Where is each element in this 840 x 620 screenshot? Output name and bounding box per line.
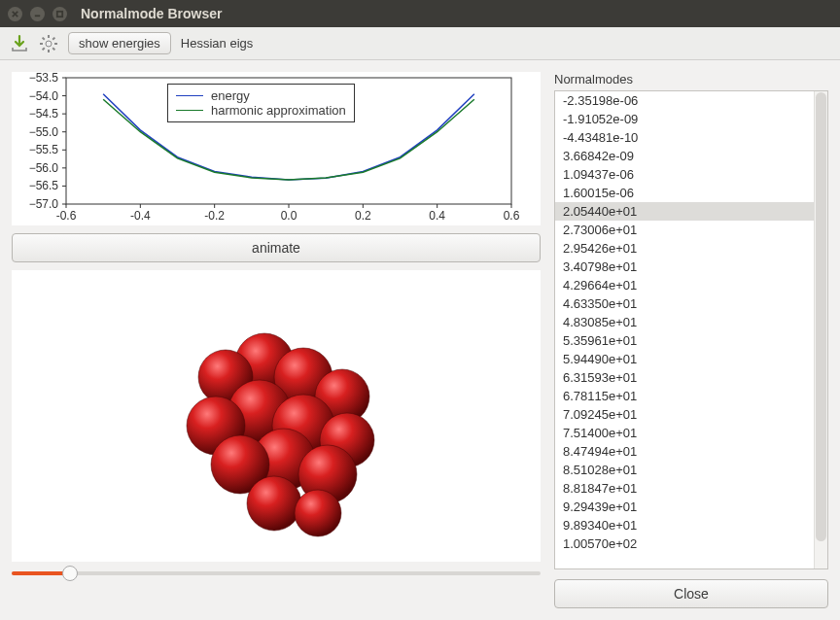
list-item[interactable]: 7.51400e+01 <box>555 424 814 442</box>
slider-thumb[interactable] <box>62 566 78 581</box>
svg-text:-0.4: -0.4 <box>130 209 151 223</box>
svg-text:−57.0: −57.0 <box>29 197 59 211</box>
list-item[interactable]: -1.91052e-09 <box>555 110 814 128</box>
svg-text:0.0: 0.0 <box>281 209 298 223</box>
list-item[interactable]: 2.05440e+01 <box>555 202 814 221</box>
chart-legend: energyharmonic approximation <box>167 84 355 122</box>
svg-text:−55.5: −55.5 <box>29 143 59 156</box>
list-item[interactable]: -2.35198e-06 <box>555 91 814 110</box>
list-item[interactable]: 1.09437e-06 <box>555 165 814 184</box>
window-title: Normalmode Browser <box>81 6 222 21</box>
list-item[interactable]: 4.83085e+01 <box>555 313 814 331</box>
main-panel: -0.6-0.4-0.20.00.20.40.6−53.5−54.0−54.5−… <box>0 60 840 620</box>
legend-label: harmonic approximation <box>211 103 346 118</box>
list-item[interactable]: 2.95426e+01 <box>555 239 814 258</box>
window-maximize-button[interactable] <box>52 7 67 21</box>
list-item[interactable]: 1.00570e+02 <box>555 534 814 553</box>
close-button[interactable]: Close <box>554 579 828 608</box>
svg-text:0.2: 0.2 <box>355 209 371 223</box>
list-item[interactable]: 8.81847e+01 <box>555 479 814 498</box>
show-energies-button[interactable]: show energies <box>68 32 171 54</box>
svg-point-1 <box>46 41 52 47</box>
list-item[interactable]: 2.73006e+01 <box>555 221 814 239</box>
list-item[interactable]: 8.47494e+01 <box>555 442 814 461</box>
left-column: -0.6-0.4-0.20.00.20.40.6−53.5−54.0−54.5−… <box>12 72 541 608</box>
list-item[interactable]: 1.60015e-06 <box>555 184 814 202</box>
list-scrollbar[interactable] <box>814 91 827 568</box>
list-item[interactable]: 5.35961e+01 <box>555 331 814 350</box>
hessian-eigs-label: Hessian eigs <box>181 36 253 51</box>
svg-rect-0 <box>57 11 62 16</box>
list-item[interactable]: 5.94490e+01 <box>555 350 814 368</box>
list-item[interactable]: 6.31593e+01 <box>555 368 814 387</box>
energy-chart: -0.6-0.4-0.20.00.20.40.6−53.5−54.0−54.5−… <box>12 72 541 225</box>
toolbar: show energies Hessian eigs <box>0 27 840 60</box>
list-item[interactable]: 4.29664e+01 <box>555 276 814 294</box>
list-item[interactable]: 6.78115e+01 <box>555 387 814 405</box>
svg-text:−56.5: −56.5 <box>29 179 59 192</box>
svg-point-45 <box>295 490 341 536</box>
svg-text:−55.0: −55.0 <box>29 125 59 139</box>
svg-text:−56.0: −56.0 <box>29 161 59 175</box>
svg-text:−54.5: −54.5 <box>29 107 59 121</box>
legend-label: energy <box>211 88 250 103</box>
list-item[interactable]: 3.40798e+01 <box>555 258 814 276</box>
list-item[interactable]: 8.51028e+01 <box>555 461 814 479</box>
svg-text:−53.5: −53.5 <box>29 72 59 85</box>
window-minimize-button[interactable] <box>30 7 45 21</box>
titlebar: Normalmode Browser <box>0 0 840 27</box>
svg-point-44 <box>247 476 301 531</box>
frame-slider[interactable] <box>12 571 541 575</box>
list-item[interactable]: -4.43481e-10 <box>555 128 814 147</box>
list-item[interactable]: 4.63350e+01 <box>555 294 814 313</box>
download-icon[interactable] <box>10 34 29 53</box>
gear-icon[interactable] <box>39 34 58 53</box>
list-item[interactable]: 3.66842e-09 <box>555 147 814 165</box>
svg-text:0.4: 0.4 <box>429 209 445 223</box>
svg-text:−54.0: −54.0 <box>29 89 59 103</box>
list-item[interactable]: 9.89340e+01 <box>555 516 814 534</box>
svg-text:-0.2: -0.2 <box>204 209 225 223</box>
normalmodes-list[interactable]: -2.35198e-06-1.91052e-09-4.43481e-103.66… <box>554 90 828 569</box>
list-item[interactable]: 7.09245e+01 <box>555 405 814 424</box>
animate-button[interactable]: animate <box>12 233 541 262</box>
window-close-button[interactable] <box>8 7 22 21</box>
right-column: Normalmodes -2.35198e-06-1.91052e-09-4.4… <box>554 72 828 608</box>
svg-text:-0.6: -0.6 <box>56 209 77 223</box>
list-item[interactable]: 9.29439e+01 <box>555 498 814 516</box>
molecule-viewer[interactable] <box>12 270 541 562</box>
normalmodes-label: Normalmodes <box>554 72 828 86</box>
svg-text:0.6: 0.6 <box>504 209 520 223</box>
